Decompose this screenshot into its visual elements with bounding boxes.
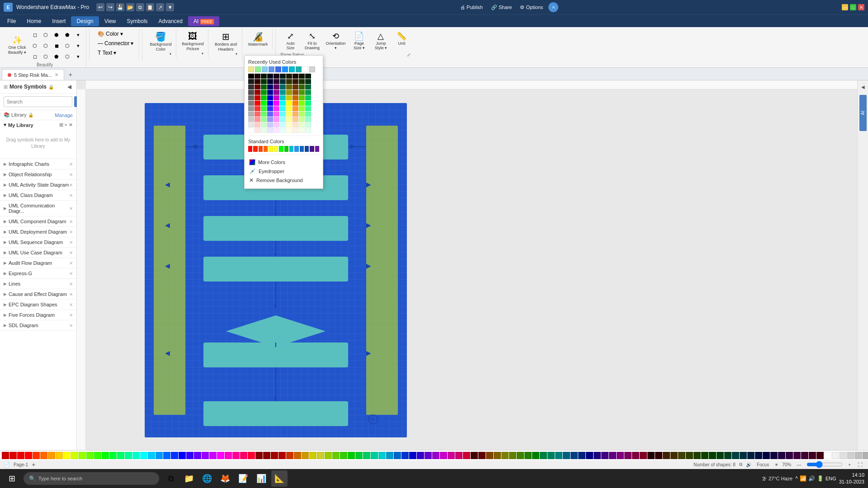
colorbar-swatch[interactable] <box>517 452 524 459</box>
more-colors-btn[interactable]: More Colors <box>248 158 319 167</box>
colorbar-swatch[interactable] <box>317 452 324 459</box>
standard-color-swatch[interactable] <box>253 146 257 152</box>
gradient-swatch[interactable] <box>286 84 292 89</box>
gradient-swatch[interactable] <box>299 112 305 117</box>
colorbar-swatch[interactable] <box>847 452 854 459</box>
my-lib-close-btn[interactable]: ✕ <box>69 122 73 128</box>
colorbar-swatch[interactable] <box>432 452 439 459</box>
gradient-swatch[interactable] <box>261 128 267 133</box>
standard-color-swatch[interactable] <box>294 146 298 152</box>
colorbar-swatch[interactable] <box>232 452 240 459</box>
gradient-swatch[interactable] <box>299 74 305 79</box>
open-btn[interactable]: 📂 <box>126 3 134 11</box>
recent-color-swatch[interactable] <box>255 66 261 72</box>
colorbar-swatch[interactable] <box>463 452 470 459</box>
gradient-swatch[interactable] <box>286 112 292 117</box>
lib-item-infographic[interactable]: ▶ Infographic Charts ✕ <box>0 159 76 169</box>
beautify-sm13[interactable]: ⬟ <box>52 52 61 61</box>
gradient-swatch[interactable] <box>248 90 254 95</box>
network-icon[interactable]: 📶 <box>800 475 807 482</box>
standard-color-swatch[interactable] <box>279 146 283 152</box>
gradient-swatch[interactable] <box>255 122 260 127</box>
colorbar-swatch[interactable] <box>855 452 862 459</box>
lib-item-express[interactable]: ▶ Express-G ✕ <box>0 268 76 279</box>
lib-item-close[interactable]: ✕ <box>69 193 73 198</box>
gradient-swatch[interactable] <box>261 122 267 127</box>
gradient-swatch[interactable] <box>267 101 273 106</box>
gradient-swatch[interactable] <box>267 112 273 117</box>
zoom-out-btn[interactable]: — <box>795 462 803 468</box>
colorbar-swatch[interactable] <box>271 452 278 459</box>
colorbar-swatch[interactable] <box>9 452 17 459</box>
gradient-swatch[interactable] <box>292 79 298 84</box>
gradient-swatch[interactable] <box>261 74 267 79</box>
gradient-swatch[interactable] <box>292 128 298 133</box>
colorbar-swatch[interactable] <box>655 452 662 459</box>
colorbar-swatch[interactable] <box>509 452 516 459</box>
menu-ai[interactable]: AI FREE <box>188 16 219 26</box>
my-lib-add-btn[interactable]: + <box>65 122 67 128</box>
gradient-swatch[interactable] <box>248 128 254 133</box>
gradient-swatch[interactable] <box>255 90 260 95</box>
gradient-swatch[interactable] <box>280 90 286 95</box>
gradient-swatch[interactable] <box>261 95 267 100</box>
colorbar-swatch[interactable] <box>171 452 178 459</box>
tab-5step[interactable]: 5 Step Risk Ma... ✕ <box>2 69 64 80</box>
gradient-swatch[interactable] <box>280 84 286 89</box>
gradient-swatch[interactable] <box>248 122 254 127</box>
colorbar-swatch[interactable] <box>709 452 716 459</box>
settings-quick-btn[interactable]: ▼ <box>166 3 174 11</box>
gradient-swatch[interactable] <box>292 90 298 95</box>
gradient-swatch[interactable] <box>286 117 292 122</box>
jump-style-btn[interactable]: △ JumpStyle ▾ <box>371 30 391 52</box>
colorbar-swatch[interactable] <box>448 452 455 459</box>
colorbar-swatch[interactable] <box>409 452 416 459</box>
page-setup-expander[interactable]: ⤢ <box>407 52 410 57</box>
colorbar-swatch[interactable] <box>471 452 478 459</box>
gradient-swatch[interactable] <box>248 117 254 122</box>
colorbar-swatch[interactable] <box>394 452 401 459</box>
colorbar-swatch[interactable] <box>632 452 639 459</box>
gradient-swatch[interactable] <box>286 128 292 133</box>
gradient-swatch[interactable] <box>255 101 260 106</box>
gradient-swatch[interactable] <box>305 112 311 117</box>
colorbar-swatch[interactable] <box>117 452 124 459</box>
colorbar-swatch[interactable] <box>209 452 217 459</box>
color-btn[interactable]: 🎨 Color ▾ <box>95 30 136 38</box>
beautify-sm1[interactable]: ◻ <box>30 30 40 40</box>
word-btn[interactable]: 📝 <box>235 470 251 487</box>
save-btn[interactable]: 💾 <box>116 3 124 11</box>
standard-color-swatch[interactable] <box>264 146 268 152</box>
colorbar-swatch[interactable] <box>332 452 340 459</box>
background-picture-btn[interactable]: 🖼 BackgroundPicture ▾ <box>180 30 205 57</box>
gradient-swatch[interactable] <box>286 74 292 79</box>
share-btn[interactable]: 🔗 Share <box>488 4 514 11</box>
colorbar-swatch[interactable] <box>25 452 32 459</box>
gradient-swatch[interactable] <box>299 79 305 84</box>
beautify-sm6[interactable]: ⬡ <box>30 41 40 51</box>
gradient-swatch[interactable] <box>274 128 279 133</box>
colorbar-swatch[interactable] <box>86 452 94 459</box>
gradient-swatch[interactable] <box>261 117 267 122</box>
gradient-swatch[interactable] <box>261 112 267 117</box>
gradient-swatch[interactable] <box>292 84 298 89</box>
gradient-swatch[interactable] <box>255 106 260 111</box>
gradient-swatch[interactable] <box>255 112 260 117</box>
recent-color-swatch[interactable] <box>309 66 315 72</box>
colorbar-swatch[interactable] <box>640 452 647 459</box>
gradient-swatch[interactable] <box>292 112 298 117</box>
colorbar-swatch[interactable] <box>678 452 685 459</box>
colorbar-swatch[interactable] <box>816 452 824 459</box>
zoom-slider[interactable] <box>807 461 843 468</box>
colorbar-swatch[interactable] <box>186 452 193 459</box>
maximize-btn[interactable]: □ <box>850 4 856 10</box>
colorbar-swatch[interactable] <box>724 452 731 459</box>
colorbar-swatch[interactable] <box>2 452 9 459</box>
gradient-swatch[interactable] <box>274 79 279 84</box>
recent-color-swatch[interactable] <box>289 66 295 72</box>
colorbar-swatch[interactable] <box>455 452 462 459</box>
lib-item-close[interactable]: ✕ <box>69 230 73 235</box>
gradient-swatch[interactable] <box>255 84 260 89</box>
gradient-swatch[interactable] <box>248 74 254 79</box>
standard-color-swatch[interactable] <box>248 146 252 152</box>
